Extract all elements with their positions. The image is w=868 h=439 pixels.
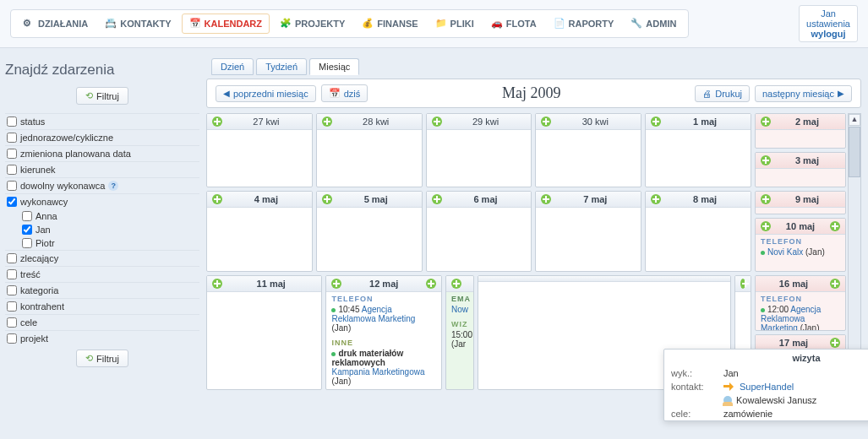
bullet-icon [761, 308, 765, 312]
add-event-icon[interactable] [541, 117, 551, 127]
day-cell[interactable]: 6 maj [426, 191, 532, 272]
prev-month-button[interactable]: ◀poprzedni miesiąc [216, 85, 316, 102]
day-cell[interactable]: 4 maj [206, 191, 313, 272]
add-event-icon[interactable] [432, 194, 442, 204]
day-cell[interactable]: 27 kwi [206, 113, 313, 187]
day-date: 6 maj [445, 194, 527, 204]
tooltip-contact-link[interactable]: SuperHandel [740, 382, 794, 392]
filter-contractor[interactable]: kontrahent [5, 298, 199, 314]
add-event-icon[interactable] [451, 279, 461, 289]
day-cell[interactable]: 9 maj [755, 191, 846, 214]
add-event-icon[interactable] [761, 155, 771, 165]
add-event-icon[interactable] [212, 194, 222, 204]
nav-files[interactable]: 📁PLIKI [429, 14, 481, 34]
gear-icon: ⚙ [23, 18, 35, 30]
day-cell[interactable]: 3 maj [755, 152, 846, 187]
day-cell[interactable]: 30 kwi [535, 113, 641, 187]
add-event-icon[interactable] [426, 279, 436, 289]
day-cell[interactable]: 2 maj [755, 113, 846, 149]
filter-status[interactable]: status [5, 113, 199, 129]
sidebar: Znajdź zdarzenia ⟲Filtruj status jednora… [0, 48, 206, 439]
filter-button-top[interactable]: ⟲Filtruj [76, 87, 128, 105]
nav-finance[interactable]: 💰FINANSE [355, 14, 424, 34]
help-icon[interactable]: ? [108, 181, 118, 191]
add-event-icon[interactable] [830, 279, 840, 289]
filter-project[interactable]: projekt [5, 330, 199, 346]
day-cell[interactable]: 29 kwi [426, 113, 532, 187]
filter-direction[interactable]: kierunek [5, 161, 199, 177]
add-event-icon[interactable] [432, 117, 442, 127]
print-button[interactable]: 🖨Drukuj [695, 85, 750, 102]
event-tooltip: wizyta wyk.:Jan kontakt:SuperHandel Kowa… [663, 349, 868, 421]
add-event-icon[interactable] [322, 117, 332, 127]
add-event-icon[interactable] [761, 194, 771, 204]
finance-icon: 💰 [362, 18, 374, 30]
add-event-icon[interactable] [740, 279, 745, 289]
filter-category[interactable]: kategoria [5, 282, 199, 298]
filter-performer-piotr[interactable]: Piotr [20, 236, 199, 250]
event-item[interactable]: 10:45 Agencja Reklamowa Marketing (Jan) [326, 303, 440, 336]
filter-performers[interactable]: wykonawcy [5, 193, 199, 209]
filter-content[interactable]: treść [5, 266, 199, 282]
nav-calendar[interactable]: 📅KALENDARZ [182, 14, 270, 34]
nav-contacts[interactable]: 📇KONTAKTY [98, 14, 177, 34]
tab-week[interactable]: Tydzień [256, 58, 307, 75]
nav-fleet[interactable]: 🚗FLOTA [484, 14, 543, 34]
day-cell[interactable]: EMA Now WIZ 15:00(Jar [445, 275, 474, 390]
add-event-icon[interactable] [212, 279, 222, 289]
day-cell[interactable]: 7 maj [535, 191, 641, 272]
filter-performer-anna[interactable]: Anna [20, 209, 199, 223]
tooltip-value: zamówienie [723, 409, 868, 419]
nav-reports[interactable]: 📄RAPORTY [547, 14, 621, 34]
event-item[interactable]: 15:00(Jar [446, 328, 473, 352]
car-icon: 🚗 [491, 18, 503, 30]
filter-button-bottom[interactable]: ⟲Filtruj [76, 350, 128, 367]
day-cell[interactable]: 10 maj TELEFON Novi Kalx (Jan) [755, 218, 846, 272]
add-event-icon[interactable] [830, 221, 840, 231]
next-month-button[interactable]: następny miesiąc▶ [755, 85, 852, 102]
event-item[interactable]: Now [446, 303, 473, 317]
add-event-icon[interactable] [651, 194, 661, 204]
add-event-icon[interactable] [761, 221, 771, 231]
day-date: 12 maj [345, 279, 422, 289]
filter-cyclic[interactable]: jednorazowe/cykliczne [5, 129, 199, 145]
day-date: 11 maj [226, 279, 316, 289]
tab-day[interactable]: Dzień [211, 58, 254, 75]
event-item[interactable]: 12:00 Agencja Reklamowa Marketing (Jan) [756, 303, 845, 331]
day-cell[interactable]: 11 maj [206, 275, 322, 390]
day-cell[interactable]: 28 kwi [316, 113, 423, 187]
day-cell[interactable]: 16 maj TELEFON 12:00 Agencja Reklamowa M… [755, 275, 846, 331]
filter-performer-jan[interactable]: Jan [20, 223, 199, 236]
logout-link[interactable]: wyloguj [811, 29, 846, 39]
day-cell[interactable]: 1 maj [645, 113, 751, 187]
day-date: 5 maj [336, 194, 417, 204]
day-date: 9 maj [774, 194, 840, 204]
filter-date-changed[interactable]: zmieniona planowana data [5, 145, 199, 161]
tab-month[interactable]: Miesiąc [309, 58, 359, 75]
nav-actions[interactable]: ⚙DZIAŁANIA [16, 14, 95, 34]
nav-admin[interactable]: 🔧ADMIN [624, 14, 683, 34]
event-item[interactable]: druk materiałów reklamowychKampania Mark… [326, 347, 440, 389]
event-item[interactable]: Novi Kalx (Jan) [756, 246, 845, 260]
settings-link[interactable]: ustawienia [806, 19, 850, 29]
nav-projects[interactable]: 🧩PROJEKTY [273, 14, 352, 34]
day-cell[interactable]: 8 maj [645, 191, 751, 272]
add-event-icon[interactable] [331, 279, 341, 289]
day-cell[interactable]: 5 maj [316, 191, 423, 272]
tooltip-label: cele: [671, 409, 723, 419]
add-event-icon[interactable] [761, 117, 771, 127]
today-button[interactable]: 📅dziś [321, 84, 368, 102]
day-date: 17 maj [761, 338, 827, 348]
add-event-icon[interactable] [212, 117, 222, 127]
add-event-icon[interactable] [541, 194, 551, 204]
scroll-up-icon[interactable]: ▲ [849, 114, 860, 126]
day-cell[interactable]: 12 maj TELEFON 10:45 Agencja Reklamowa M… [325, 275, 441, 390]
add-event-icon[interactable] [322, 194, 332, 204]
day-date: 16 maj [761, 279, 827, 289]
add-event-icon[interactable] [651, 117, 661, 127]
filter-assigner[interactable]: zlecający [5, 250, 199, 266]
filter-any-performer[interactable]: dowolny wykonawca? [5, 177, 199, 193]
scroll-thumb[interactable] [849, 127, 860, 177]
filter-goals[interactable]: cele [5, 314, 199, 330]
add-event-icon[interactable] [830, 338, 840, 348]
